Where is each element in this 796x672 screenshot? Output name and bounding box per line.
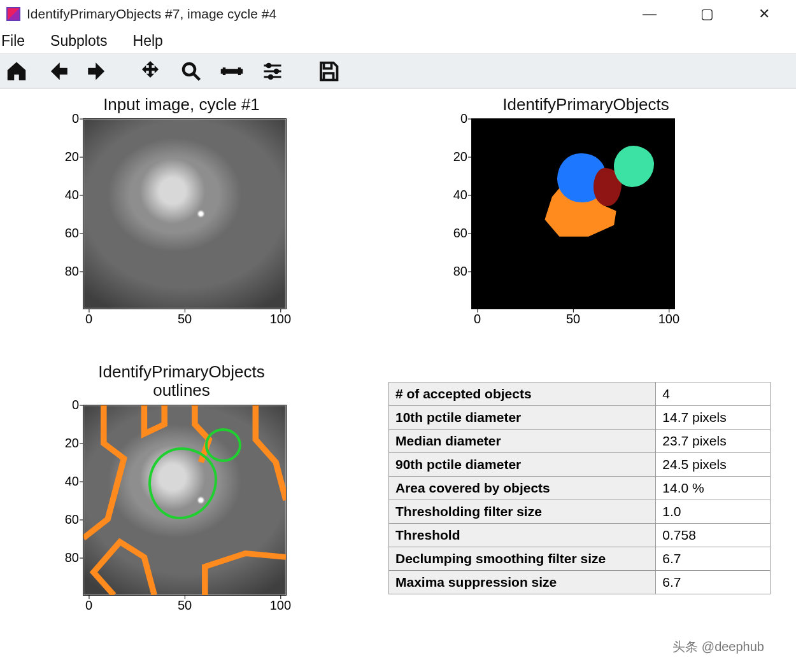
ytick: 40 <box>65 188 79 202</box>
xtick: 0 <box>474 312 481 326</box>
ytick: 0 <box>72 111 79 126</box>
menu-file[interactable]: File <box>1 32 25 50</box>
xtick: 0 <box>85 598 92 613</box>
xtick: 50 <box>566 312 580 326</box>
table-row: Thresholding filter size1.0 <box>389 500 771 524</box>
stats-table: # of accepted objects4 10th pctile diame… <box>388 382 771 594</box>
home-icon[interactable] <box>4 59 29 84</box>
ytick: 60 <box>453 226 467 241</box>
plot-title: IdentifyPrimaryObjects <box>388 95 783 114</box>
stats-panel: # of accepted objects4 10th pctile diame… <box>388 363 783 662</box>
axis-config-icon[interactable] <box>219 59 245 84</box>
ytick: 60 <box>65 226 79 241</box>
svg-point-3 <box>268 74 273 79</box>
ytick: 80 <box>65 264 79 279</box>
ytick: 0 <box>72 398 79 412</box>
ytick: 40 <box>453 188 467 202</box>
table-row: Median diameter23.7 pixels <box>389 430 771 453</box>
window-title: IdentifyPrimaryObjects #7, image cycle #… <box>27 6 276 22</box>
xtick: 100 <box>270 312 291 326</box>
xtick: 100 <box>270 598 291 613</box>
subplot-config-icon[interactable] <box>260 59 285 84</box>
pan-icon[interactable] <box>138 59 163 84</box>
close-button[interactable]: ✕ <box>751 6 777 22</box>
ytick: 40 <box>65 474 79 489</box>
toolbar <box>0 53 796 89</box>
plot-identify-objects[interactable]: IdentifyPrimaryObjects 0 20 40 60 80 0 5… <box>388 95 783 363</box>
outlines-image <box>83 405 286 595</box>
forward-icon[interactable] <box>85 59 111 84</box>
segmented-image <box>472 119 674 309</box>
ytick: 20 <box>453 150 467 164</box>
ytick: 20 <box>65 150 79 164</box>
plot-outlines[interactable]: IdentifyPrimaryObjects outlines 0 <box>0 363 363 662</box>
xtick: 0 <box>85 312 92 326</box>
maximize-button[interactable]: ▢ <box>694 6 720 22</box>
ytick: 60 <box>65 512 79 527</box>
table-row: Threshold0.758 <box>389 524 771 547</box>
ytick: 80 <box>453 264 467 279</box>
save-icon[interactable] <box>316 59 341 84</box>
minimize-button[interactable]: — <box>637 6 662 22</box>
xtick: 50 <box>178 312 192 326</box>
menu-help[interactable]: Help <box>133 32 163 50</box>
plot-title: Input image, cycle #1 <box>0 95 363 114</box>
menu-subplots[interactable]: Subplots <box>50 32 108 50</box>
ytick: 80 <box>65 550 79 565</box>
table-row: 10th pctile diameter14.7 pixels <box>389 406 771 430</box>
table-row: Area covered by objects14.0 % <box>389 477 771 500</box>
object-teal <box>614 146 655 188</box>
ytick: 0 <box>460 111 467 126</box>
svg-point-0 <box>183 64 195 75</box>
input-image <box>83 119 286 309</box>
table-row: # of accepted objects4 <box>389 382 771 406</box>
plot-input-image[interactable]: Input image, cycle #1 0 20 40 60 80 0 50… <box>0 95 363 363</box>
xtick: 50 <box>178 598 192 613</box>
table-row: Maxima suppression size6.7 <box>389 571 771 594</box>
table-row: 90th pctile diameter24.5 pixels <box>389 453 771 477</box>
plot-title: IdentifyPrimaryObjects outlines <box>0 363 363 399</box>
outline-green <box>205 428 241 463</box>
table-row: Declumping smoothing filter size6.7 <box>389 547 771 571</box>
svg-point-1 <box>266 63 271 67</box>
app-icon <box>6 7 20 21</box>
menubar: File Subplots Help <box>0 28 796 53</box>
watermark: 头条 @deephub <box>672 638 764 655</box>
back-icon[interactable] <box>45 59 70 84</box>
svg-point-2 <box>274 69 278 73</box>
xtick: 100 <box>658 312 679 326</box>
ytick: 20 <box>65 436 79 451</box>
titlebar: IdentifyPrimaryObjects #7, image cycle #… <box>0 0 796 28</box>
zoom-icon[interactable] <box>178 59 204 84</box>
